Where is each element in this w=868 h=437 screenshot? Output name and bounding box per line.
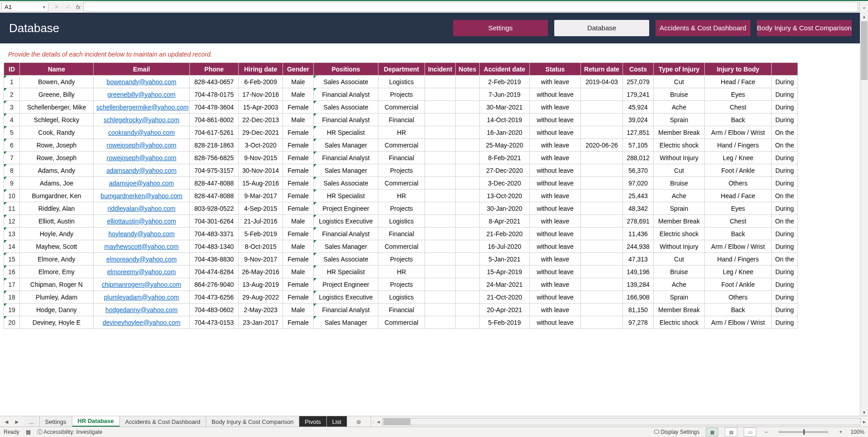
cell-hire[interactable]: 30-Nov-2014 [239,164,283,177]
cell-gender[interactable]: Female [283,177,314,190]
cell-phone[interactable]: 704-483-3371 [190,228,239,240]
cell-status[interactable]: without leave [530,316,581,329]
email-link[interactable]: devineyhoylee@yahoo.com [103,319,180,326]
cell-injury-type[interactable]: Sprain [654,114,705,126]
cell-phone[interactable]: 864-276-9040 [190,278,239,291]
cell-notes[interactable] [456,101,480,114]
cell-position[interactable]: Sales Manager [314,240,378,253]
tab-split-grip-icon[interactable]: ⋮ [371,419,375,424]
cell-cost[interactable]: 139,284 [623,278,654,291]
cell-email[interactable]: plumleyadam@yahoo.com [94,291,190,304]
cell-injury-body[interactable]: Head / Face [705,190,772,202]
cell-position[interactable]: Financial Analyst [314,228,378,240]
cell-notes[interactable] [456,316,480,329]
cell-status[interactable]: without leave [530,126,581,139]
macro-record-icon[interactable]: ▦ [26,429,31,435]
tab-nav-buttons[interactable]: ◄ ► [0,416,24,427]
cell-injury-type[interactable]: Electric shock [654,139,705,152]
cell-extra[interactable]: On the [772,190,798,202]
cell-injury-type[interactable]: Cut [654,76,705,88]
cell-id[interactable]: 16 [4,266,20,278]
hscroll-thumb[interactable] [383,418,410,425]
cell-position[interactable]: HR Specialist [314,190,378,202]
cell-return-date[interactable] [581,240,623,253]
cell-id[interactable]: 10 [4,190,20,202]
cell-phone[interactable]: 828-447-8088 [190,177,239,190]
table-row[interactable]: 13Hoyle, Andyhoyleandy@yahoo.com704-483-… [4,228,798,240]
cell-phone[interactable]: 704-861-8002 [190,114,239,126]
nav-settings[interactable]: Settings [453,20,548,36]
cell-accident-date[interactable]: 30-Mar-2021 [480,101,530,114]
col-pos[interactable]: Positions [314,63,378,76]
cell-injury-type[interactable]: Ache [654,101,705,114]
col-email[interactable]: Email [94,63,190,76]
cell-gender[interactable]: Female [283,152,314,164]
cell-hire[interactable]: 15-Aug-2016 [239,177,283,190]
cell-department[interactable]: Projects [378,202,425,215]
cell-cost[interactable]: 81,150 [623,304,654,316]
cell-cost[interactable]: 257,079 [623,76,654,88]
cell-email[interactable]: chipmanrogern@yahoo.com [94,278,190,291]
cell-email[interactable]: rowejoseph@yahoo.com [94,152,190,164]
email-link[interactable]: rowejoseph@yahoo.com [107,142,176,149]
cell-accident-date[interactable]: 15-Apr-2019 [480,266,530,278]
cell-notes[interactable] [456,202,480,215]
cell-position[interactable]: Logistics Executive [314,215,378,228]
table-row[interactable]: 17Chipman, Roger Nchipmanrogern@yahoo.co… [4,278,798,291]
cell-injury-body[interactable]: Foot / Ankle [705,278,772,291]
cell-status[interactable]: with leave [530,253,581,266]
cell-injury-type[interactable]: Electric shock [654,316,705,329]
cell-return-date[interactable] [581,304,623,316]
cell-extra[interactable]: On the [772,253,798,266]
cell-incident[interactable] [425,139,456,152]
col-body[interactable]: Injury to Body [705,63,772,76]
cell-department[interactable]: Commercial [378,316,425,329]
cell-hire[interactable]: 29-Dec-2021 [239,126,283,139]
cell-cost[interactable]: 97,020 [623,177,654,190]
table-row[interactable]: 7Rowe, Josephrowejoseph@yahoo.com828-756… [4,152,798,164]
cell-cost[interactable]: 11,436 [623,228,654,240]
cell-return-date[interactable] [581,253,623,266]
cell-injury-type[interactable]: Without Injury [654,152,705,164]
table-row[interactable]: 2Greene, Billygreenebilly@yahoo.com704-4… [4,88,798,101]
cell-hire[interactable]: 9-Nov-2015 [239,152,283,164]
cell-cost[interactable]: 244,938 [623,240,654,253]
cell-injury-body[interactable]: Eyes [705,202,772,215]
cell-name[interactable]: Hodge, Danny [20,304,94,316]
cell-name[interactable]: Bumgardner, Ken [20,190,94,202]
cell-gender[interactable]: Male [283,266,314,278]
cell-incident[interactable] [425,266,456,278]
cell-accident-date[interactable]: 5-Jan-2021 [480,253,530,266]
cell-cost[interactable]: 48,342 [623,202,654,215]
cell-department[interactable]: Projects [378,164,425,177]
cell-incident[interactable] [425,152,456,164]
sheet-tab-settings[interactable]: Settings [40,416,72,427]
cell-email[interactable]: devineyhoylee@yahoo.com [94,316,190,329]
cell-phone[interactable]: 704-474-8284 [190,266,239,278]
cell-injury-body[interactable]: Foot / Ankle [705,164,772,177]
cell-return-date[interactable]: 2020-06-26 [581,139,623,152]
cell-position[interactable]: Sales Manager [314,164,378,177]
cell-gender[interactable]: Male [283,304,314,316]
cell-id[interactable]: 1 [4,76,20,88]
cell-gender[interactable]: Male [283,215,314,228]
formula-input[interactable] [83,2,858,12]
cell-injury-body[interactable]: Arm / Elbow / Wrist [705,316,772,329]
email-link[interactable]: schlegelrocky@yahoo.com [104,116,179,124]
cell-phone[interactable]: 704-478-0175 [190,88,239,101]
cell-injury-type[interactable]: Electric shock [654,228,705,240]
cell-gender[interactable]: Male [283,88,314,101]
cell-department[interactable]: Commercial [378,139,425,152]
cell-return-date[interactable]: 2019-04-03 [581,76,623,88]
table-row[interactable]: 3Schellenberger, Mikeschellenbergermike@… [4,101,798,114]
col-id[interactable]: ID [4,63,20,76]
cell-department[interactable]: Logistics [378,215,425,228]
nav-body-injury[interactable]: Body Injury & Cost Comparison [757,20,852,36]
cell-status[interactable]: without leave [530,291,581,304]
cell-accident-date[interactable]: 5-Feb-2019 [480,316,530,329]
col-stat[interactable]: Status [530,63,581,76]
cell-department[interactable]: Financial [378,114,425,126]
col-notes[interactable]: Notes [456,63,480,76]
cell-gender[interactable]: Female [283,126,314,139]
cell-name[interactable]: Rowe, Joseph [20,152,94,164]
